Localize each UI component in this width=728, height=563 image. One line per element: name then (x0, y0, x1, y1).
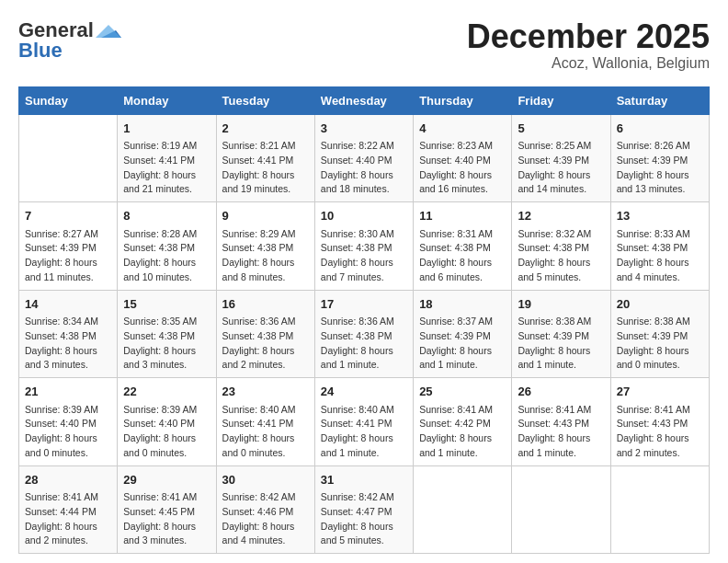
cell-info: Sunrise: 8:31 AMSunset: 4:38 PMDaylight:… (419, 227, 506, 285)
cell-info: Sunrise: 8:41 AMSunset: 4:43 PMDaylight:… (617, 403, 703, 461)
calendar-cell: 19Sunrise: 8:38 AMSunset: 4:39 PMDayligh… (512, 290, 610, 378)
calendar-cell: 29Sunrise: 8:41 AMSunset: 4:45 PMDayligh… (118, 465, 216, 554)
calendar-cell: 15Sunrise: 8:35 AMSunset: 4:38 PMDayligh… (118, 290, 216, 378)
calendar-cell (414, 465, 512, 554)
page-subtitle: Acoz, Wallonia, Belgium (467, 55, 710, 72)
day-number: 20 (617, 295, 703, 314)
day-number: 13 (617, 207, 703, 225)
title-block: December 2025 Acoz, Wallonia, Belgium (467, 18, 710, 72)
day-number: 30 (222, 471, 309, 489)
svg-marker-1 (96, 25, 121, 38)
day-number: 15 (123, 295, 210, 314)
day-number: 19 (518, 295, 604, 314)
header-saturday: Saturday (610, 86, 709, 114)
cell-info: Sunrise: 8:39 AMSunset: 4:40 PMDaylight:… (123, 403, 210, 461)
calendar-cell: 12Sunrise: 8:32 AMSunset: 4:38 PMDayligh… (512, 202, 610, 291)
calendar-cell: 1Sunrise: 8:19 AMSunset: 4:41 PMDaylight… (118, 114, 216, 202)
cell-info: Sunrise: 8:41 AMSunset: 4:45 PMDaylight:… (123, 490, 210, 548)
cell-info: Sunrise: 8:21 AMSunset: 4:41 PMDaylight:… (222, 139, 309, 197)
day-number: 21 (25, 383, 111, 401)
day-number: 2 (222, 120, 309, 138)
calendar-cell: 21Sunrise: 8:39 AMSunset: 4:40 PMDayligh… (19, 378, 118, 466)
cell-info: Sunrise: 8:33 AMSunset: 4:38 PMDaylight:… (617, 227, 703, 285)
day-number: 27 (617, 383, 703, 401)
calendar-cell: 27Sunrise: 8:41 AMSunset: 4:43 PMDayligh… (610, 378, 709, 466)
day-number: 28 (25, 471, 111, 489)
cell-info: Sunrise: 8:36 AMSunset: 4:38 PMDaylight:… (222, 315, 309, 373)
day-number: 16 (222, 295, 309, 314)
calendar-cell: 9Sunrise: 8:29 AMSunset: 4:38 PMDaylight… (216, 202, 314, 291)
day-number: 1 (123, 120, 210, 138)
calendar-cell: 4Sunrise: 8:23 AMSunset: 4:40 PMDaylight… (414, 114, 512, 202)
calendar-cell: 24Sunrise: 8:40 AMSunset: 4:41 PMDayligh… (314, 378, 413, 466)
cell-info: Sunrise: 8:38 AMSunset: 4:39 PMDaylight:… (617, 315, 703, 373)
cell-info: Sunrise: 8:22 AMSunset: 4:40 PMDaylight:… (321, 139, 407, 197)
calendar-cell: 2Sunrise: 8:21 AMSunset: 4:41 PMDaylight… (216, 114, 314, 202)
calendar-cell: 3Sunrise: 8:22 AMSunset: 4:40 PMDaylight… (314, 114, 413, 202)
day-number: 12 (518, 207, 604, 225)
calendar-table: SundayMondayTuesdayWednesdayThursdayFrid… (18, 86, 710, 555)
day-number: 10 (321, 207, 407, 225)
day-number: 18 (419, 295, 506, 314)
logo-blue: Blue (18, 39, 63, 63)
day-number: 5 (518, 120, 604, 138)
day-number: 29 (123, 471, 210, 489)
page-header: General Blue December 2025 Acoz, Walloni… (18, 18, 710, 72)
cell-info: Sunrise: 8:37 AMSunset: 4:39 PMDaylight:… (419, 315, 506, 373)
calendar-cell: 28Sunrise: 8:41 AMSunset: 4:44 PMDayligh… (19, 465, 118, 554)
cell-info: Sunrise: 8:29 AMSunset: 4:38 PMDaylight:… (222, 227, 309, 285)
day-number: 26 (518, 383, 604, 401)
calendar-cell: 26Sunrise: 8:41 AMSunset: 4:43 PMDayligh… (512, 378, 610, 466)
calendar-week-row: 14Sunrise: 8:34 AMSunset: 4:38 PMDayligh… (19, 290, 710, 378)
cell-info: Sunrise: 8:40 AMSunset: 4:41 PMDaylight:… (321, 403, 407, 461)
cell-info: Sunrise: 8:30 AMSunset: 4:38 PMDaylight:… (321, 227, 407, 285)
day-number: 11 (419, 207, 506, 225)
calendar-cell: 30Sunrise: 8:42 AMSunset: 4:46 PMDayligh… (216, 465, 314, 554)
calendar-week-row: 1Sunrise: 8:19 AMSunset: 4:41 PMDaylight… (19, 114, 710, 202)
day-number: 17 (321, 295, 407, 314)
day-number: 4 (419, 120, 506, 138)
calendar-cell: 6Sunrise: 8:26 AMSunset: 4:39 PMDaylight… (610, 114, 709, 202)
calendar-cell: 13Sunrise: 8:33 AMSunset: 4:38 PMDayligh… (610, 202, 709, 291)
cell-info: Sunrise: 8:42 AMSunset: 4:46 PMDaylight:… (222, 490, 309, 548)
calendar-week-row: 21Sunrise: 8:39 AMSunset: 4:40 PMDayligh… (19, 378, 710, 466)
day-number: 23 (222, 383, 309, 401)
cell-info: Sunrise: 8:41 AMSunset: 4:44 PMDaylight:… (25, 490, 111, 548)
cell-info: Sunrise: 8:41 AMSunset: 4:43 PMDaylight:… (518, 403, 604, 461)
header-friday: Friday (512, 86, 610, 114)
day-number: 7 (25, 207, 111, 225)
calendar-cell (512, 465, 610, 554)
calendar-cell: 14Sunrise: 8:34 AMSunset: 4:38 PMDayligh… (19, 290, 118, 378)
day-number: 25 (419, 383, 506, 401)
day-number: 31 (321, 471, 407, 489)
calendar-cell: 5Sunrise: 8:25 AMSunset: 4:39 PMDaylight… (512, 114, 610, 202)
calendar-cell: 17Sunrise: 8:36 AMSunset: 4:38 PMDayligh… (314, 290, 413, 378)
calendar-cell: 23Sunrise: 8:40 AMSunset: 4:41 PMDayligh… (216, 378, 314, 466)
calendar-cell: 8Sunrise: 8:28 AMSunset: 4:38 PMDaylight… (118, 202, 216, 291)
cell-info: Sunrise: 8:41 AMSunset: 4:42 PMDaylight:… (419, 403, 506, 461)
day-number: 22 (123, 383, 210, 401)
day-number: 3 (321, 120, 407, 138)
header-monday: Monday (118, 86, 216, 114)
day-number: 24 (321, 383, 407, 401)
calendar-cell (610, 465, 709, 554)
calendar-cell: 11Sunrise: 8:31 AMSunset: 4:38 PMDayligh… (414, 202, 512, 291)
calendar-cell: 18Sunrise: 8:37 AMSunset: 4:39 PMDayligh… (414, 290, 512, 378)
cell-info: Sunrise: 8:25 AMSunset: 4:39 PMDaylight:… (518, 139, 604, 197)
cell-info: Sunrise: 8:36 AMSunset: 4:38 PMDaylight:… (321, 315, 407, 373)
cell-info: Sunrise: 8:26 AMSunset: 4:39 PMDaylight:… (617, 139, 703, 197)
day-number: 6 (617, 120, 703, 138)
calendar-cell (19, 114, 118, 202)
header-tuesday: Tuesday (216, 86, 314, 114)
page-title: December 2025 (467, 18, 710, 55)
cell-info: Sunrise: 8:32 AMSunset: 4:38 PMDaylight:… (518, 227, 604, 285)
cell-info: Sunrise: 8:39 AMSunset: 4:40 PMDaylight:… (25, 403, 111, 461)
cell-info: Sunrise: 8:23 AMSunset: 4:40 PMDaylight:… (419, 139, 506, 197)
calendar-cell: 22Sunrise: 8:39 AMSunset: 4:40 PMDayligh… (118, 378, 216, 466)
calendar-cell: 16Sunrise: 8:36 AMSunset: 4:38 PMDayligh… (216, 290, 314, 378)
calendar-week-row: 28Sunrise: 8:41 AMSunset: 4:44 PMDayligh… (19, 465, 710, 554)
cell-info: Sunrise: 8:35 AMSunset: 4:38 PMDaylight:… (123, 315, 210, 373)
cell-info: Sunrise: 8:27 AMSunset: 4:39 PMDaylight:… (25, 227, 111, 285)
calendar-cell: 10Sunrise: 8:30 AMSunset: 4:38 PMDayligh… (314, 202, 413, 291)
day-number: 14 (25, 295, 111, 314)
